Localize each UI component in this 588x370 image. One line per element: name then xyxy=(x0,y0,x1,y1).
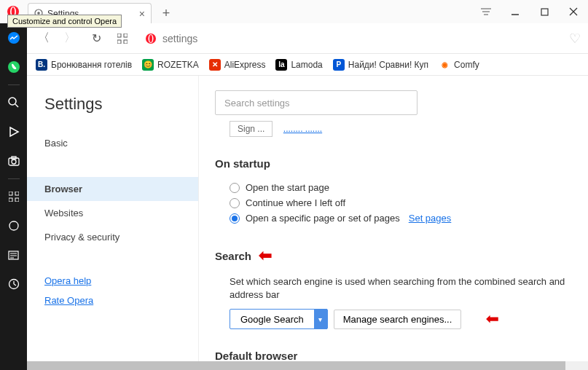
section-default-browser: Default browser xyxy=(215,350,572,362)
news-icon[interactable] xyxy=(0,240,27,269)
radio-continue[interactable]: Continue where I left off xyxy=(215,195,572,210)
section-title-default-browser: Default browser xyxy=(215,350,572,362)
svg-line-29 xyxy=(14,284,16,286)
easy-setup-icon[interactable] xyxy=(471,0,501,23)
bookmarks-bar: B.Бронювання готелів😊ROZETKA✕AliExpressl… xyxy=(27,54,588,76)
radio-icon xyxy=(230,183,240,193)
radio-icon xyxy=(230,213,240,224)
extensions-icon[interactable] xyxy=(113,29,132,48)
svg-rect-30 xyxy=(117,34,121,37)
horizontal-scrollbar[interactable] xyxy=(27,361,588,370)
play-icon[interactable] xyxy=(0,117,27,146)
arrow-annotation-icon: ⬅ xyxy=(259,246,272,265)
close-icon[interactable]: × xyxy=(139,8,145,20)
manage-search-engines-button[interactable]: Manage search engines... xyxy=(334,310,462,329)
svg-point-4 xyxy=(37,12,40,15)
bookmark-label: AliExpress xyxy=(224,60,266,70)
search-icon[interactable] xyxy=(0,88,27,117)
svg-point-17 xyxy=(12,160,16,164)
bookmark-item[interactable]: PНайди! Сравни! Куп xyxy=(333,59,428,71)
close-button[interactable] xyxy=(559,0,588,23)
opera-badge-icon xyxy=(145,33,157,44)
svg-rect-22 xyxy=(15,198,19,202)
svg-rect-19 xyxy=(9,192,12,195)
settings-body: Search settings Sign ... ........ ......… xyxy=(199,76,588,370)
arrow-annotation-icon: ➡ xyxy=(486,310,499,328)
nav-basic[interactable]: Basic xyxy=(27,131,198,155)
nav-websites[interactable]: Websites xyxy=(27,201,198,225)
section-startup: On startup Open the start page Continue … xyxy=(215,157,572,226)
bookmark-item[interactable]: B.Бронювання готелів xyxy=(36,59,132,71)
search-description: Set which search engine is used when sea… xyxy=(215,275,572,309)
svg-point-14 xyxy=(9,98,16,105)
reload-button[interactable]: ↻ xyxy=(87,29,106,48)
settings-search-input[interactable]: Search settings xyxy=(215,90,418,115)
radio-start-page[interactable]: Open the start page xyxy=(215,180,572,195)
nav-browser[interactable]: Browser xyxy=(27,177,198,201)
svg-point-36 xyxy=(149,35,152,42)
bookmark-favicon: B. xyxy=(36,59,47,71)
svg-rect-33 xyxy=(124,40,128,44)
svg-rect-32 xyxy=(117,40,121,44)
bookmark-item[interactable]: ◉Comfy xyxy=(439,59,479,71)
address-bar: 〈 〉 ↻ ♡ xyxy=(27,23,588,54)
back-button[interactable]: 〈 xyxy=(34,29,53,48)
url-field[interactable] xyxy=(139,28,562,50)
bookmark-favicon: P xyxy=(333,59,345,71)
bookmark-favicon: la xyxy=(275,59,287,71)
svg-rect-21 xyxy=(9,198,12,202)
new-tab-button[interactable]: + xyxy=(156,3,176,23)
cutoff-link[interactable]: ........ ....... xyxy=(283,124,322,134)
tooltip: Customize and control Opera xyxy=(7,15,122,28)
radio-specific-page[interactable]: Open a specific page or set of pages Set… xyxy=(215,210,572,226)
window-controls xyxy=(471,0,588,23)
speed-dial-icon[interactable] xyxy=(0,182,27,211)
svg-line-15 xyxy=(15,104,18,107)
section-title-search: Search ⬅ xyxy=(215,246,572,265)
bookmark-label: Бронювання готелів xyxy=(51,60,132,70)
bookmark-favicon: ◉ xyxy=(439,59,450,71)
url-input[interactable] xyxy=(162,33,556,44)
svg-rect-20 xyxy=(15,192,19,195)
bookmark-item[interactable]: ✕AliExpress xyxy=(209,59,266,71)
nav-rate[interactable]: Rate Opera xyxy=(27,291,198,310)
bookmark-label: Найди! Сравни! Куп xyxy=(348,60,428,70)
nav-help[interactable]: Opera help xyxy=(27,271,198,291)
svg-rect-31 xyxy=(124,34,128,37)
heart-icon[interactable]: ♡ xyxy=(569,31,581,47)
bookmark-label: Lamoda xyxy=(291,60,322,70)
messenger-icon[interactable] xyxy=(0,23,27,52)
bookmark-favicon: ✕ xyxy=(209,59,221,71)
section-title-startup: On startup xyxy=(215,157,572,170)
bookmark-item[interactable]: 😊ROZETKA xyxy=(142,59,199,71)
signin-button[interactable]: Sign ... xyxy=(230,121,273,137)
whatsapp-icon[interactable] xyxy=(0,52,27,82)
set-pages-link[interactable]: Set pages xyxy=(409,213,452,224)
bookmarks-icon[interactable] xyxy=(0,211,27,240)
chevron-down-icon: ▾ xyxy=(314,309,327,329)
bookmark-label: ROZETKA xyxy=(157,60,199,70)
forward-button[interactable]: 〉 xyxy=(60,29,79,48)
minimize-button[interactable] xyxy=(501,0,530,23)
nav-privacy[interactable]: Privacy & security xyxy=(27,225,198,249)
page-title: Settings xyxy=(27,90,198,131)
search-engine-select[interactable]: Google Search ▾ xyxy=(230,309,328,329)
svg-rect-9 xyxy=(541,9,548,15)
bookmark-favicon: 😊 xyxy=(142,59,154,71)
history-icon[interactable] xyxy=(0,269,27,299)
maximize-button[interactable] xyxy=(530,0,559,23)
bookmark-label: Comfy xyxy=(454,60,479,70)
bookmark-item[interactable]: laLamoda xyxy=(275,59,322,71)
section-search: Search ⬅ Set which search engine is used… xyxy=(215,246,572,329)
camera-icon[interactable] xyxy=(0,146,27,176)
sidebar xyxy=(0,23,27,370)
settings-nav: Settings Basic Browser Websites Privacy … xyxy=(27,76,199,370)
radio-icon xyxy=(230,198,240,208)
